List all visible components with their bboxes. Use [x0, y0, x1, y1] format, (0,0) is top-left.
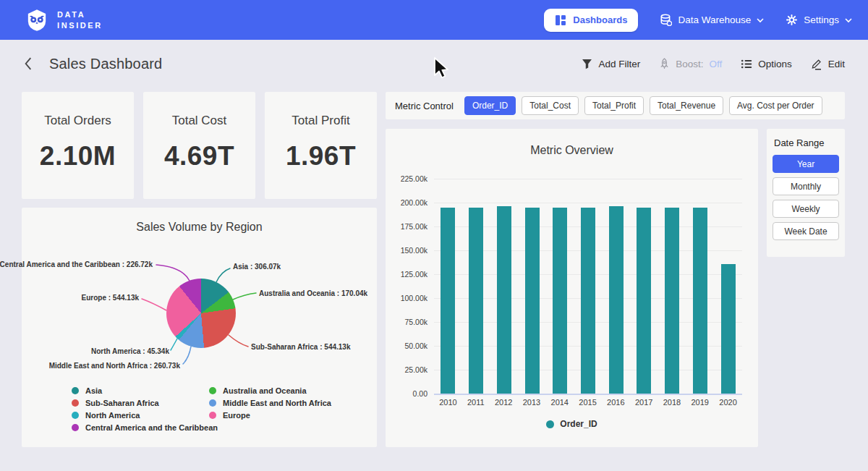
- x-tick-label: 2018: [663, 398, 681, 407]
- kpi-value: 1.96T: [286, 141, 356, 171]
- callout-line-asia: [216, 268, 230, 282]
- legend-dot: [72, 387, 79, 394]
- pie-legend-item-europe[interactable]: Europe: [209, 411, 331, 420]
- pencil-icon: [811, 58, 822, 70]
- filter-icon: [582, 59, 592, 69]
- date-range-label: Date Range: [774, 137, 839, 148]
- boost-label: Boost:: [676, 59, 703, 69]
- metric-chip-total-profit[interactable]: Total_Profit: [584, 96, 644, 115]
- dashboards-button[interactable]: Dashboards: [544, 9, 638, 32]
- pie-legend-item-sub-saharan-africa[interactable]: Sub-Saharan Africa: [72, 399, 218, 407]
- pie[interactable]: [166, 279, 236, 348]
- page-header: Sales Dashboard Add Filter Boost: Off: [0, 40, 868, 88]
- bar-2019[interactable]: [693, 208, 707, 394]
- bar-series: [434, 179, 742, 394]
- bar-xaxis: 2010201120122013201420152016201720182019…: [434, 398, 742, 407]
- callout-line-australia-oceania: [233, 293, 256, 300]
- metric-chip-total-cost[interactable]: Total_Cost: [522, 96, 579, 115]
- pie-callout-north-america: North America : 45.34k: [91, 347, 169, 355]
- pie-callout-sub-saharan-africa: Sub-Saharan Africa : 544.13k: [251, 343, 350, 351]
- back-button[interactable]: [23, 56, 33, 71]
- y-tick-label: 150.00k: [401, 246, 427, 255]
- add-filter-button[interactable]: Add Filter: [582, 59, 640, 69]
- legend-dot: [546, 420, 554, 428]
- legend-label: Asia: [85, 386, 102, 395]
- metric-chip-avg-cost-per-order[interactable]: Avg. Cost per Order: [729, 96, 822, 115]
- pie-callout-australia-oceania: Australia and Oceania : 170.04k: [259, 289, 367, 297]
- metric-overview-panel: Metric Overview 0.0025.00k50.00k75.00k10…: [386, 129, 758, 447]
- legend-dot: [209, 399, 216, 407]
- legend-label: Australia and Oceania: [223, 386, 307, 395]
- legend-dot: [209, 387, 216, 394]
- y-tick-label: 200.00k: [401, 198, 427, 207]
- x-tick-label: 2011: [467, 398, 485, 407]
- pie-legend-item-middle-east-north-africa[interactable]: Middle East and North Africa: [209, 399, 331, 407]
- chevron-down-icon: [757, 17, 764, 23]
- date-range-week-date-button[interactable]: Week Date: [773, 222, 839, 240]
- legend-dot: [209, 412, 216, 419]
- edit-button[interactable]: Edit: [811, 58, 845, 70]
- options-button[interactable]: Options: [741, 59, 792, 69]
- edit-label: Edit: [828, 59, 845, 69]
- bar-2020[interactable]: [721, 264, 736, 394]
- x-tick-label: 2012: [495, 398, 512, 407]
- pie-legend-item-australia-oceania[interactable]: Australia and Oceania: [209, 386, 331, 395]
- date-range-weekly-button[interactable]: Weekly: [773, 200, 839, 218]
- legend-label: Central America and the Caribbean: [85, 423, 218, 432]
- metric-control-label: Metric Control: [395, 101, 454, 111]
- legend-label: North America: [85, 411, 140, 420]
- boost-toggle[interactable]: Boost: Off: [659, 58, 722, 69]
- settings-label: Settings: [804, 14, 839, 25]
- pie-callout-asia: Asia : 306.07k: [233, 263, 281, 271]
- legend-label: Europe: [223, 411, 250, 420]
- chevron-down-icon: [845, 17, 852, 23]
- metric-chip-total-revenue[interactable]: Total_Revenue: [650, 96, 723, 115]
- chevron-left-icon: [23, 56, 33, 71]
- x-tick-label: 2019: [692, 398, 709, 407]
- metric-control-bar: Metric Control Order_ID Total_Cost Total…: [386, 92, 845, 119]
- bar-2014[interactable]: [553, 208, 567, 394]
- pie-legend-item-north-america[interactable]: North America: [72, 411, 218, 420]
- pie-legend-item-central-america[interactable]: Central America and the Caribbean: [72, 423, 218, 432]
- x-tick-label: 2013: [523, 398, 540, 407]
- callout-line-middle-east-north-africa: [183, 347, 191, 364]
- bar-2013[interactable]: [525, 208, 540, 394]
- callout-line-europe: [142, 299, 166, 310]
- bar-2012[interactable]: [497, 206, 511, 394]
- settings-menu[interactable]: Settings: [786, 14, 852, 26]
- dashboards-label: Dashboards: [573, 14, 627, 25]
- y-tick-label: 75.00k: [404, 318, 427, 326]
- date-range-monthly-button[interactable]: Monthly: [773, 177, 839, 195]
- sales-volume-panel: Sales Volume by Region Asia : 306.07k Au…: [22, 208, 377, 447]
- metric-chip-order-id[interactable]: Order_ID: [464, 96, 516, 115]
- legend-label: Middle East and North Africa: [223, 399, 331, 407]
- kpi-card-total-cost: Total Cost 4.69T: [143, 92, 255, 199]
- bar-2016[interactable]: [609, 206, 624, 394]
- date-range-year-button[interactable]: Year: [773, 155, 839, 173]
- bar-2018[interactable]: [665, 208, 679, 394]
- data-warehouse-label: Data Warehouse: [678, 14, 751, 25]
- bar-yaxis: 0.0025.00k50.00k75.00k100.00k125.00k150.…: [386, 179, 427, 394]
- x-tick-label: 2016: [607, 398, 624, 407]
- pie-legend-column-2: Australia and Oceania Middle East and No…: [209, 386, 331, 420]
- legend-dot: [72, 412, 79, 419]
- kpi-value: 2.10M: [40, 141, 116, 171]
- pie-legend-item-asia[interactable]: Asia: [72, 386, 218, 395]
- kpi-label: Total Profit: [292, 114, 349, 128]
- legend-dot: [72, 399, 79, 407]
- kpi-label: Total Orders: [44, 114, 111, 128]
- bar-2010[interactable]: [441, 208, 455, 394]
- pie-callout-middle-east-north-africa: Middle East and North Africa : 260.73k: [49, 362, 180, 370]
- x-tick-label: 2020: [719, 398, 736, 407]
- data-warehouse-menu[interactable]: Data Warehouse: [660, 14, 764, 26]
- y-tick-label: 25.00k: [404, 365, 427, 374]
- kpi-label: Total Cost: [172, 114, 227, 128]
- bar-legend-item-order-id[interactable]: Order_ID: [386, 419, 758, 429]
- kpi-value: 4.69T: [164, 141, 234, 171]
- y-tick-label: 125.00k: [401, 270, 427, 279]
- bar-2015[interactable]: [581, 208, 595, 394]
- brand-logo[interactable]: DATA INSIDER: [25, 9, 103, 32]
- bar-2017[interactable]: [637, 208, 651, 394]
- gear-icon: [786, 14, 798, 26]
- bar-2011[interactable]: [469, 208, 483, 394]
